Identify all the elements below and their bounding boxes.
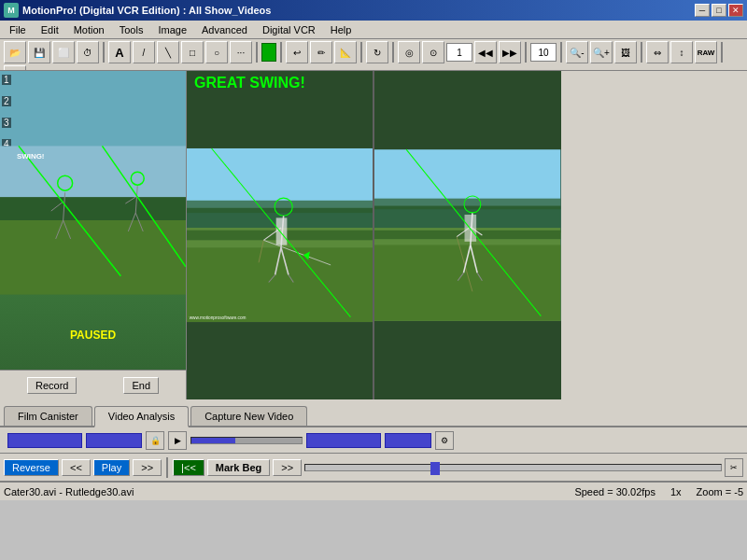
toolbar-flip-h[interactable]: ⇔: [646, 41, 669, 63]
zoom-input[interactable]: [530, 43, 557, 62]
toolbar-next-frame[interactable]: ▶▶: [499, 41, 521, 63]
status-speed: Speed = 30.02fps: [574, 486, 655, 497]
statusbar: Cater30.avi - Rutledge30.avi Speed = 30.…: [0, 482, 747, 500]
toolbar-copy[interactable]: ⬜: [52, 41, 75, 63]
menu-digital-vcr[interactable]: Digital VCR: [255, 22, 323, 37]
toolbar-color[interactable]: [261, 43, 276, 62]
minimize-button[interactable]: ─: [695, 4, 710, 17]
svg-rect-17: [187, 208, 373, 238]
maximize-button[interactable]: □: [712, 4, 726, 17]
svg-line-31: [263, 240, 331, 265]
toolbar-line[interactable]: ╲: [157, 41, 179, 63]
reverse-button[interactable]: Reverse: [4, 459, 59, 476]
menu-file[interactable]: File: [2, 22, 34, 37]
svg-line-29: [289, 275, 293, 283]
end-button[interactable]: End: [123, 377, 159, 394]
thumb-controls: Record End: [0, 370, 186, 399]
seek-thumb[interactable]: [430, 462, 440, 475]
svg-line-47: [458, 273, 464, 280]
toolbar-undo[interactable]: ↩: [286, 41, 308, 63]
status-right: Speed = 30.02fps 1x Zoom = -5: [574, 486, 743, 497]
main-content: 1 2 3 4: [0, 71, 747, 399]
toolbar-zoom-in[interactable]: 🔍+: [590, 41, 613, 63]
progress-bar-3[interactable]: [306, 433, 381, 448]
svg-line-26: [275, 247, 281, 274]
toolbar-text[interactable]: A: [108, 41, 131, 63]
svg-line-44: [457, 237, 472, 292]
arrow-right-btn[interactable]: ▶: [168, 431, 187, 450]
svg-rect-35: [374, 149, 560, 321]
video-left: GREAT SWING!: [187, 71, 374, 399]
toolbar-snapshot[interactable]: 🖼: [614, 41, 637, 63]
tab-video-analysis[interactable]: Video Analysis: [94, 406, 189, 427]
menu-advanced[interactable]: Advanced: [194, 22, 255, 37]
svg-rect-30: [276, 217, 288, 245]
position-slider[interactable]: [190, 437, 303, 444]
toolbar-dotted[interactable]: ···: [230, 41, 252, 63]
tab-bar: Film Canister Video Analysis Capture New…: [0, 399, 747, 427]
prev-button[interactable]: <<: [62, 459, 91, 476]
next-button[interactable]: >>: [133, 459, 162, 476]
settings-icon-btn[interactable]: ⚙: [435, 431, 454, 450]
sep9: [721, 42, 723, 63]
toolbar-circle1[interactable]: ◎: [398, 41, 420, 63]
svg-text:www.motionprosoftware.com: www.motionprosoftware.com: [190, 315, 247, 320]
play-button[interactable]: Play: [93, 459, 130, 476]
status-playback-speed: 1x: [670, 486, 682, 497]
progress-bar-2[interactable]: [86, 433, 142, 448]
tab-content-area: 🔒 ▶ ⚙: [0, 427, 747, 454]
video-right-overlay: [374, 71, 560, 399]
app-icon: M: [4, 3, 19, 18]
scissors-icon-btn[interactable]: ✂: [725, 458, 743, 477]
progress-bar-1[interactable]: [7, 433, 82, 448]
great-swing-text: GREAT SWING!: [194, 75, 305, 91]
menu-edit[interactable]: Edit: [34, 22, 66, 37]
menu-motion[interactable]: Motion: [66, 22, 112, 37]
tab-film-canister[interactable]: Film Canister: [4, 406, 92, 426]
seek-bar[interactable]: [304, 464, 722, 471]
toolbar-rect[interactable]: □: [181, 41, 204, 63]
toolbar-circle2[interactable]: ⊙: [422, 41, 444, 63]
menu-tools[interactable]: Tools: [112, 22, 151, 37]
sep8: [641, 42, 642, 63]
toolbar-open[interactable]: 📂: [4, 41, 26, 63]
toolbar-timer[interactable]: ⏱: [77, 41, 99, 63]
record-button[interactable]: Record: [27, 377, 77, 394]
menu-help[interactable]: Help: [323, 22, 359, 37]
toolbar-zoom-out[interactable]: 🔍-: [566, 41, 588, 63]
toolbar-measure[interactable]: 📐: [334, 41, 357, 63]
playback-bar: Reverse << Play >> |<< Mark Beg >> ✂: [0, 454, 747, 482]
video-left-overlay: www.motionprosoftware.com: [187, 71, 373, 399]
thumb-num-2: 2: [2, 96, 11, 106]
svg-marker-33: [303, 252, 310, 260]
lock-icon-btn[interactable]: 🔒: [146, 431, 164, 450]
mark-end-button[interactable]: >>: [273, 459, 302, 476]
toolbar-ellipse[interactable]: ○: [205, 41, 228, 63]
toolbar-draw[interactable]: ✏: [310, 41, 332, 63]
sep3: [280, 42, 282, 63]
svg-line-48: [471, 245, 477, 273]
svg-line-43: [457, 227, 471, 236]
sep6: [525, 42, 527, 63]
thumb-num-1: 1: [2, 75, 11, 85]
toolbar-prev-frame[interactable]: ◀◀: [474, 41, 497, 63]
toolbar-rotate[interactable]: ↻: [366, 41, 388, 63]
progress-bar-4[interactable]: [385, 433, 431, 448]
titlebar: M MotionPro! (Digital VCR Edition) : All…: [0, 0, 747, 21]
svg-line-51: [406, 149, 541, 315]
toolbar-save[interactable]: 💾: [28, 41, 50, 63]
mark-beg-start-button[interactable]: |<<: [173, 459, 204, 476]
tab-capture-new-video[interactable]: Capture New Video: [190, 406, 307, 426]
toolbar-pencil[interactable]: /: [133, 41, 155, 63]
close-button[interactable]: ✕: [728, 4, 743, 17]
svg-line-32: [212, 148, 351, 317]
svg-line-23: [281, 216, 284, 247]
toolbar-raw[interactable]: RAW: [695, 41, 717, 63]
menu-image[interactable]: Image: [150, 22, 194, 37]
svg-rect-40: [374, 231, 560, 239]
frame-counter-input[interactable]: [446, 43, 472, 62]
toolbar-flip-v[interactable]: ↕: [670, 41, 693, 63]
mark-beg-button[interactable]: Mark Beg: [207, 459, 271, 476]
titlebar-controls: ─ □ ✕: [695, 4, 743, 17]
svg-rect-36: [374, 206, 560, 233]
